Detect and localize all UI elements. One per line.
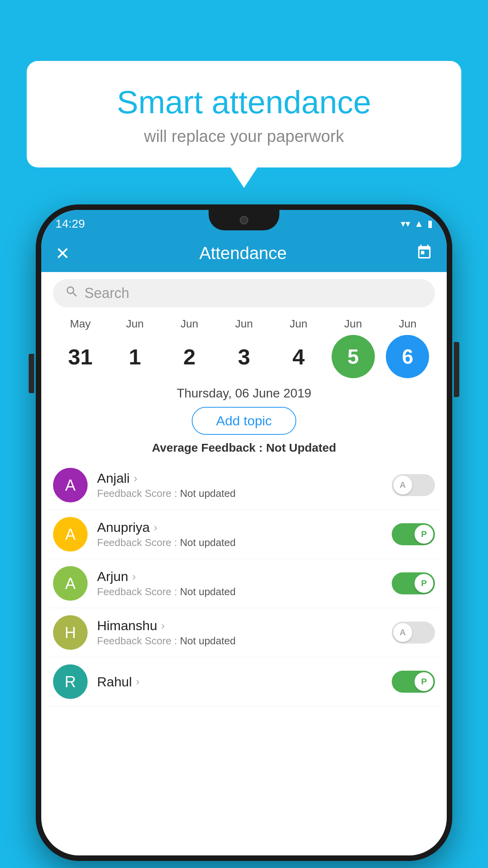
phone-shell: 14:29 ▾▾ ▲ ▮ ✕ Attendance — [36, 204, 452, 861]
student-name-anjali: Anjali › — [97, 471, 392, 486]
phone-notch — [209, 210, 279, 230]
avatar-anjali: A — [53, 468, 88, 502]
search-placeholder: Search — [84, 285, 129, 302]
wifi-icon: ▾▾ — [401, 218, 410, 229]
day-6-selected[interactable]: 6 — [382, 335, 433, 378]
status-icons: ▾▾ ▲ ▮ — [401, 218, 433, 229]
chevron-right-icon: › — [136, 675, 139, 688]
status-time: 14:29 — [55, 217, 85, 230]
battery-icon: ▮ — [427, 218, 433, 229]
month-jun-5[interactable]: Jun — [328, 318, 379, 330]
student-item-rahul[interactable]: R Rahul › P — [49, 657, 439, 706]
student-feedback-himanshu: Feedback Score : Not updated — [97, 635, 392, 647]
student-item-arjun[interactable]: A Arjun › Feedback Score : Not updated P — [49, 559, 439, 608]
day-4[interactable]: 4 — [273, 344, 324, 370]
day-1[interactable]: 1 — [109, 344, 160, 370]
day-3[interactable]: 3 — [218, 344, 270, 370]
date-days-row: 31 1 2 3 4 5 6 — [49, 330, 439, 378]
toggle-arjun[interactable]: P — [392, 572, 435, 594]
app-header: ✕ Attendance — [41, 234, 447, 272]
student-name-himanshu: Himanshu › — [97, 618, 392, 633]
search-icon — [65, 285, 79, 302]
student-name-arjun: Arjun › — [97, 569, 392, 584]
chevron-right-icon: › — [134, 472, 137, 485]
close-button[interactable]: ✕ — [55, 243, 70, 263]
phone-container: 14:29 ▾▾ ▲ ▮ ✕ Attendance — [36, 204, 452, 861]
toggle-anjali[interactable]: A — [392, 474, 435, 496]
student-item-anjali[interactable]: A Anjali › Feedback Score : Not updated … — [49, 461, 439, 510]
student-feedback-anupriya: Feedback Score : Not updated — [97, 537, 392, 549]
speech-bubble-title: Smart attendance — [46, 85, 442, 120]
chevron-right-icon: › — [132, 570, 136, 583]
student-name-rahul: Rahul › — [97, 674, 392, 690]
toggle-himanshu[interactable]: A — [392, 622, 435, 644]
selected-date-label: Thursday, 06 June 2019 — [41, 386, 447, 401]
camera — [240, 216, 248, 224]
student-list: A Anjali › Feedback Score : Not updated … — [41, 461, 447, 706]
header-title: Attendance — [199, 243, 287, 263]
student-feedback-anjali: Feedback Score : Not updated — [97, 487, 392, 500]
speech-bubble-container: Smart attendance will replace your paper… — [27, 61, 461, 167]
avg-feedback-label: Average Feedback : — [152, 441, 262, 454]
student-info-anjali: Anjali › Feedback Score : Not updated — [97, 471, 392, 500]
avatar-anupriya: A — [53, 517, 88, 552]
student-info-anupriya: Anupriya › Feedback Score : Not updated — [97, 520, 392, 549]
day-31[interactable]: 31 — [55, 344, 106, 370]
chevron-right-icon: › — [154, 521, 157, 534]
toggle-anupriya[interactable]: P — [392, 523, 435, 545]
phone-screen: 14:29 ▾▾ ▲ ▮ ✕ Attendance — [41, 210, 447, 855]
avg-feedback-value: Not Updated — [266, 441, 336, 454]
average-feedback: Average Feedback : Not Updated — [41, 441, 447, 454]
speech-bubble-subtitle: will replace your paperwork — [46, 127, 442, 146]
signal-icon: ▲ — [414, 218, 424, 229]
student-name-anupriya: Anupriya › — [97, 520, 392, 535]
month-jun-4[interactable]: Jun — [273, 318, 324, 330]
chevron-right-icon: › — [161, 620, 165, 632]
speech-bubble: Smart attendance will replace your paper… — [27, 61, 461, 167]
avatar-rahul: R — [53, 664, 88, 699]
student-item-anupriya[interactable]: A Anupriya › Feedback Score : Not update… — [49, 510, 439, 559]
calendar-icon[interactable] — [416, 243, 433, 263]
add-topic-button[interactable]: Add topic — [192, 407, 296, 435]
avatar-himanshu: H — [53, 615, 88, 650]
student-item-himanshu[interactable]: H Himanshu › Feedback Score : Not update… — [49, 608, 439, 657]
month-jun-1[interactable]: Jun — [109, 318, 160, 330]
month-jun-2[interactable]: Jun — [164, 318, 215, 330]
day-2[interactable]: 2 — [164, 344, 215, 370]
date-months-row: May Jun Jun Jun Jun Jun Jun — [49, 318, 439, 330]
student-info-himanshu: Himanshu › Feedback Score : Not updated — [97, 618, 392, 647]
student-feedback-arjun: Feedback Score : Not updated — [97, 586, 392, 598]
student-info-arjun: Arjun › Feedback Score : Not updated — [97, 569, 392, 598]
date-selector: May Jun Jun Jun Jun Jun Jun 31 1 2 3 4 5 — [41, 314, 447, 378]
avatar-arjun: A — [53, 566, 88, 601]
month-jun-3[interactable]: Jun — [218, 318, 270, 330]
day-5-selected[interactable]: 5 — [328, 335, 379, 378]
month-jun-6[interactable]: Jun — [382, 318, 433, 330]
search-bar[interactable]: Search — [53, 279, 435, 307]
toggle-rahul[interactable]: P — [392, 671, 435, 693]
month-may[interactable]: May — [55, 318, 106, 330]
student-info-rahul: Rahul › — [97, 674, 392, 690]
